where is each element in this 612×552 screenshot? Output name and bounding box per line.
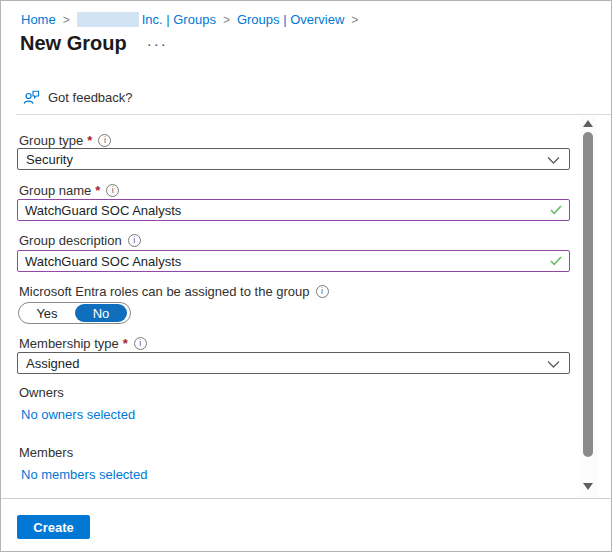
required-asterisk: *	[123, 336, 128, 351]
got-feedback-button[interactable]: Got feedback?	[23, 89, 133, 106]
title-row: New Group ···	[20, 32, 168, 55]
group-type-selected-value: Security	[26, 152, 73, 167]
page-title: New Group	[20, 32, 127, 55]
membership-type-selected-value: Assigned	[26, 356, 79, 371]
membership-type-dropdown[interactable]: Assigned	[17, 352, 570, 374]
group-name-label: Group name * i	[19, 183, 119, 198]
chevron-down-icon	[547, 156, 560, 165]
scrollbar-up-button[interactable]	[583, 120, 593, 127]
group-description-label: Group description i	[19, 233, 141, 248]
group-description-input[interactable]	[17, 250, 570, 272]
group-type-label: Group type * i	[19, 133, 111, 148]
group-type-dropdown[interactable]: Security	[17, 148, 570, 170]
info-icon[interactable]: i	[134, 337, 147, 350]
breadcrumb-groups-overview[interactable]: Groups | Overview	[237, 12, 344, 27]
no-owners-selected-link[interactable]: No owners selected	[21, 407, 135, 422]
owners-label-text: Owners	[19, 385, 64, 400]
group-type-label-text: Group type	[19, 133, 83, 148]
breadcrumb: Home > Inc. | Groups > Groups | Overview…	[21, 12, 365, 27]
breadcrumb-separator: >	[351, 13, 358, 27]
toolbar-divider	[16, 114, 612, 115]
footer-divider	[1, 498, 612, 499]
info-icon[interactable]: i	[98, 134, 111, 147]
new-group-panel: Home > Inc. | Groups > Groups | Overview…	[0, 0, 612, 552]
breadcrumb-org-groups[interactable]: Inc. | Groups	[142, 12, 216, 27]
membership-type-label: Membership type * i	[19, 336, 147, 351]
entra-roles-label-text: Microsoft Entra roles can be assigned to…	[19, 284, 310, 299]
members-label-text: Members	[19, 445, 73, 460]
group-description-field-wrap	[17, 250, 570, 272]
got-feedback-label: Got feedback?	[48, 90, 133, 105]
redacted-tenant-name	[77, 12, 139, 27]
members-label: Members	[19, 445, 73, 460]
create-button[interactable]: Create	[17, 515, 90, 539]
scrollbar	[580, 116, 597, 498]
feedback-icon	[23, 89, 40, 106]
owners-label: Owners	[19, 385, 64, 400]
breadcrumb-org-crumb: Inc. | Groups	[77, 12, 216, 27]
chevron-down-icon	[547, 360, 560, 369]
required-asterisk: *	[95, 183, 100, 198]
entra-roles-toggle: Yes No	[18, 302, 131, 324]
required-asterisk: *	[87, 133, 92, 148]
membership-type-label-text: Membership type	[19, 336, 119, 351]
valid-check-icon	[550, 256, 562, 266]
toggle-yes-option[interactable]: Yes	[19, 306, 75, 321]
group-name-label-text: Group name	[19, 183, 91, 198]
info-icon[interactable]: i	[128, 234, 141, 247]
breadcrumb-separator: >	[223, 13, 230, 27]
no-members-selected-link[interactable]: No members selected	[21, 467, 147, 482]
breadcrumb-separator: >	[63, 13, 70, 27]
info-icon[interactable]: i	[106, 184, 119, 197]
group-description-label-text: Group description	[19, 233, 122, 248]
scrollbar-thumb[interactable]	[583, 132, 593, 457]
toggle-no-option[interactable]: No	[75, 304, 127, 322]
valid-check-icon	[550, 205, 562, 215]
group-name-field-wrap	[17, 199, 570, 221]
breadcrumb-home[interactable]: Home	[21, 12, 56, 27]
info-icon[interactable]: i	[316, 285, 329, 298]
more-menu-button[interactable]: ···	[147, 34, 168, 54]
entra-roles-label: Microsoft Entra roles can be assigned to…	[19, 284, 329, 299]
scrollbar-down-button[interactable]	[583, 483, 593, 490]
group-name-input[interactable]	[17, 199, 570, 221]
